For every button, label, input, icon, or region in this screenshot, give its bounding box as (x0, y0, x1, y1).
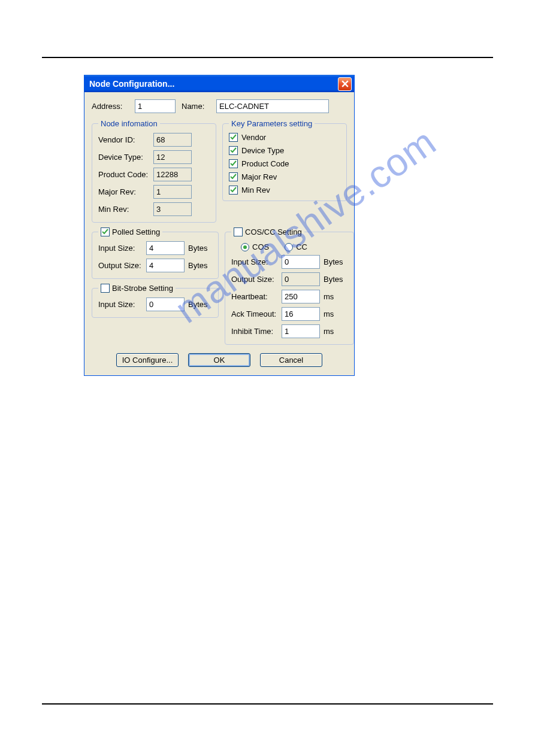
polled-legend: Polled Setting (98, 227, 162, 236)
ok-button[interactable]: OK (188, 353, 250, 367)
coscc-input-size[interactable] (282, 255, 320, 269)
page-rule-bottom (42, 703, 493, 705)
major-rev-label: Major Rev: (98, 187, 153, 196)
settings-row: Polled Setting Input Size: Bytes Output … (92, 227, 347, 350)
vendor-check-row: Vendor (229, 133, 340, 142)
coscc-input-size-label: Input Size: (231, 257, 282, 266)
ack-timeout-input[interactable] (282, 307, 320, 321)
bitstrobe-legend-text: Bit-Strobe Setting (112, 284, 173, 293)
check-icon (102, 229, 108, 235)
devicetype-checkbox[interactable] (229, 146, 238, 155)
coscc-output-size (282, 272, 320, 286)
close-button[interactable] (338, 77, 352, 91)
cc-radio-label: CC (296, 242, 307, 251)
io-configure-button[interactable]: IO Configure... (116, 353, 179, 367)
check-icon (230, 134, 237, 141)
major-rev-row: Major Rev: (98, 185, 210, 199)
close-icon (341, 80, 349, 87)
page-rule-top (42, 57, 493, 58)
dialog-title: Node Configuration... (89, 79, 174, 89)
polled-input-size[interactable] (146, 241, 185, 255)
polled-checkbox[interactable] (101, 227, 110, 236)
address-label: Address: (92, 102, 129, 111)
vendor-id-row: Vendor ID: (98, 133, 210, 147)
bitstrobe-checkbox[interactable] (101, 284, 110, 293)
polled-setting-group: Polled Setting Input Size: Bytes Output … (92, 227, 219, 279)
majorrev-check-row: Major Rev (229, 172, 340, 181)
vendor-id-label: Vendor ID: (98, 135, 153, 144)
vendor-id-input (153, 133, 192, 147)
heartbeat-label: Heartbeat: (231, 292, 282, 301)
dialog-button-row: IO Configure... OK Cancel (92, 353, 347, 367)
address-name-row: Address: Name: (92, 99, 347, 113)
check-icon (230, 174, 237, 180)
minrev-check-row: Min Rev (229, 186, 340, 195)
bitstrobe-input-size-label: Input Size: (98, 300, 146, 309)
coscc-output-size-label: Output Size: (231, 275, 282, 284)
coscc-legend-text: COS/CC Setting (245, 227, 302, 236)
min-rev-input (153, 202, 192, 216)
product-code-label: Product Code: (98, 170, 153, 179)
bitstrobe-legend: Bit-Strobe Setting (98, 284, 176, 293)
coscc-radio-row: COS CC (241, 242, 347, 251)
inhibit-label: Inhibit Time: (231, 327, 282, 336)
vendor-check-label: Vendor (241, 133, 266, 142)
coscc-checkbox[interactable] (234, 227, 243, 236)
coscc-setting-group: COS/CC Setting COS CC Input Size: (225, 227, 354, 345)
key-parameters-legend: Key Parameters setting (229, 119, 315, 128)
polled-output-size[interactable] (146, 259, 185, 272)
name-label: Name: (182, 102, 210, 111)
productcode-check-label: Product Code (241, 159, 289, 168)
devicetype-check-label: Device Type (241, 146, 284, 155)
bitstrobe-input-unit: Bytes (188, 300, 212, 309)
bitstrobe-input-size[interactable] (146, 297, 185, 311)
check-icon (230, 147, 237, 154)
majorrev-checkbox[interactable] (229, 172, 238, 181)
info-and-keyparams: Node infomation Vendor ID: Device Type: … (92, 119, 347, 227)
node-information-group: Node infomation Vendor ID: Device Type: … (92, 119, 216, 223)
key-parameters-group: Key Parameters setting Vendor Device Typ… (222, 119, 347, 201)
inhibit-unit: ms (324, 327, 347, 336)
vendor-checkbox[interactable] (229, 133, 238, 142)
heartbeat-unit: ms (324, 292, 347, 301)
min-rev-label: Min Rev: (98, 205, 153, 214)
polled-output-unit: Bytes (188, 261, 212, 270)
productcode-check-row: Product Code (229, 159, 340, 168)
polled-legend-text: Polled Setting (112, 227, 160, 236)
min-rev-row: Min Rev: (98, 202, 210, 216)
cos-radio-label: COS (252, 242, 269, 251)
polled-output-size-label: Output Size: (98, 261, 146, 270)
coscc-input-unit: Bytes (324, 257, 347, 266)
majorrev-check-label: Major Rev (241, 172, 277, 181)
minrev-checkbox[interactable] (229, 186, 238, 195)
product-code-input (153, 168, 192, 181)
devicetype-check-row: Device Type (229, 146, 340, 155)
minrev-check-label: Min Rev (241, 186, 270, 195)
ack-timeout-unit: ms (324, 309, 347, 318)
dialog-client: Address: Name: Node infomation Vendor ID… (84, 92, 354, 375)
heartbeat-input[interactable] (282, 290, 320, 303)
cos-radio[interactable] (241, 243, 249, 251)
polled-input-unit: Bytes (188, 244, 212, 253)
major-rev-input (153, 185, 192, 199)
address-input[interactable] (135, 99, 176, 113)
name-input[interactable] (216, 99, 329, 113)
device-type-label: Device Type: (98, 153, 153, 162)
coscc-output-unit: Bytes (324, 275, 347, 284)
device-type-input (153, 150, 192, 164)
device-type-row: Device Type: (98, 150, 210, 164)
bitstrobe-setting-group: Bit-Strobe Setting Input Size: Bytes (92, 284, 219, 318)
titlebar: Node Configuration... (84, 75, 354, 92)
productcode-checkbox[interactable] (229, 159, 238, 168)
node-info-legend: Node infomation (98, 119, 160, 128)
cancel-button[interactable]: Cancel (260, 353, 322, 367)
coscc-legend: COS/CC Setting (231, 227, 304, 236)
check-icon (230, 160, 237, 167)
product-code-row: Product Code: (98, 168, 210, 181)
inhibit-input[interactable] (282, 324, 320, 338)
check-icon (230, 187, 237, 193)
polled-input-size-label: Input Size: (98, 244, 146, 253)
ack-timeout-label: Ack Timeout: (231, 309, 282, 318)
node-config-dialog: Node Configuration... Address: Name: Nod… (84, 75, 355, 376)
cc-radio[interactable] (285, 243, 293, 251)
